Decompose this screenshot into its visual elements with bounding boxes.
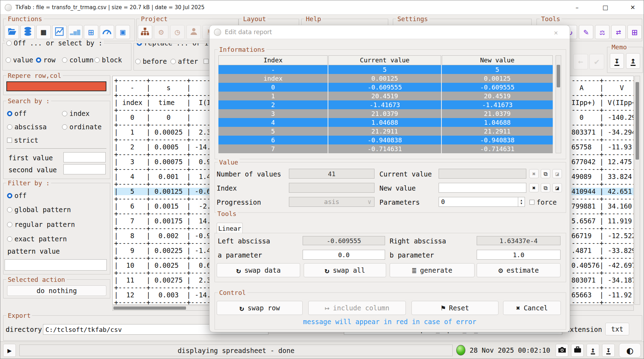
progression-combobox[interactable]: asis ∨ xyxy=(289,197,374,207)
sheet-line[interactable]: | 7 | 0.00175 | 14.4 xyxy=(114,217,215,225)
clear-new-button[interactable]: ✖ xyxy=(529,183,539,192)
before-radio[interactable] xyxy=(135,59,141,64)
info-table-row[interactable]: 7-0.714631-0.714631 xyxy=(218,144,553,153)
sheet-line[interactable]: | index | time | I(II xyxy=(114,99,215,106)
off-select-radio[interactable] xyxy=(6,41,12,46)
upload-button[interactable]: ↥ xyxy=(587,344,599,357)
force-checkbox[interactable] xyxy=(530,200,534,205)
force-option[interactable]: force xyxy=(530,198,557,206)
memo-save-button[interactable]: ↧ xyxy=(610,53,624,69)
filter-regular-radio[interactable] xyxy=(7,222,12,227)
search-abscissa-radio[interactable] xyxy=(7,124,12,130)
info-scrollbar-thumb[interactable] xyxy=(557,65,560,87)
column-radio[interactable] xyxy=(62,57,67,63)
sheet-line[interactable]: +-------+---------+------ xyxy=(114,240,215,247)
col-new-value[interactable]: New value xyxy=(442,55,553,65)
paste-current-button[interactable]: ◪ xyxy=(552,169,562,178)
sheet-line[interactable]: 803071 | -34.187 xyxy=(571,277,634,284)
info-table-row[interactable]: 321.037921.0379 xyxy=(218,109,553,118)
copy-current-button[interactable]: ⧉ xyxy=(541,169,550,178)
search-ordinate-option[interactable]: ordinate xyxy=(62,123,102,131)
briefcase-button[interactable] xyxy=(571,344,584,357)
sheet-line[interactable]: -------+--------- xyxy=(571,254,634,262)
sheet-line[interactable]: -------+--------- xyxy=(571,77,634,84)
tab-linear[interactable]: Linear xyxy=(217,223,243,234)
select-by-block-option[interactable]: block xyxy=(94,56,122,64)
replace-checkbox[interactable] xyxy=(204,59,209,64)
paste-new-button[interactable]: ◪ xyxy=(552,183,562,192)
search-index-radio[interactable] xyxy=(62,111,67,116)
select-by-value-option[interactable]: value xyxy=(6,56,33,64)
project-tree-button[interactable] xyxy=(138,25,152,39)
sheet-line[interactable]: +-------+---------+------ xyxy=(114,121,215,129)
info-table-row[interactable]: 2-1.41673-1.41673 xyxy=(218,100,553,109)
sheet-line[interactable]: +-------+---------+------ xyxy=(114,284,215,291)
sheet-line[interactable]: | 11 | 0.00275 | 2.36 xyxy=(114,277,215,284)
selected-sheet-row[interactable]: | 5 | 0.00125 | -0.60 xyxy=(114,188,215,195)
search-abscissa-option[interactable]: abscissa xyxy=(7,123,47,131)
after-radio[interactable] xyxy=(171,59,176,64)
sheet-line[interactable]: IIpp+) | V(IIpp+) xyxy=(571,99,634,106)
sheet-line[interactable]: -------+--------- xyxy=(571,284,634,291)
dialog-close-button[interactable]: ✕ xyxy=(551,27,561,37)
histogram-button[interactable]: ▂▅▇ xyxy=(68,25,82,39)
sheet-line[interactable]: | 3 | 0.00075 | 0.96 xyxy=(114,158,215,166)
minimize-button[interactable]: – xyxy=(569,0,585,14)
strict-option[interactable]: strict xyxy=(7,136,38,144)
block-radio[interactable] xyxy=(94,57,100,63)
sheet-line[interactable]: +-------+---------+------ xyxy=(114,225,215,232)
strict-checkbox[interactable] xyxy=(7,138,12,143)
select-by-column-option[interactable]: column xyxy=(62,56,94,64)
search-ordinate-radio[interactable] xyxy=(62,124,67,130)
generate-button[interactable]: ≣ generate xyxy=(390,263,475,277)
swap-row-button[interactable]: ↻ swap row xyxy=(217,301,303,315)
sheet-line[interactable]: | 0 | 0 | 0 xyxy=(114,114,215,121)
second-value-input[interactable] xyxy=(63,164,106,174)
sheet-line[interactable]: -------+--------- xyxy=(571,210,634,217)
selected-sheet-row[interactable]: 410944 | 42.651 xyxy=(571,188,634,195)
first-value-input[interactable] xyxy=(63,152,106,162)
spreadsheet-vscrollbar[interactable] xyxy=(634,76,640,305)
hscrollbar-thumb[interactable] xyxy=(113,307,186,310)
sheet-line[interactable]: | 9 | 0.00225 | -1.41 xyxy=(114,247,215,254)
replace-mode-title[interactable]: replace ... or i xyxy=(135,43,210,47)
filter-exact-radio[interactable] xyxy=(7,236,12,242)
sheet-line[interactable]: +-------+---------+------ xyxy=(114,77,215,84)
sheet-line[interactable]: | 10 | 0.0025 | 0.60 xyxy=(114,262,215,269)
sheet-line[interactable]: -------+--------- xyxy=(571,136,634,143)
clear-current-button[interactable]: ✖ xyxy=(529,169,539,178)
estimate-button[interactable]: ⚙ estimate xyxy=(477,263,561,277)
pattern-value-input[interactable] xyxy=(5,259,107,271)
sheet-line[interactable]: 5.6567 | 11.919 xyxy=(571,217,634,225)
replace-radio[interactable] xyxy=(137,43,142,46)
do-nothing-button[interactable]: do nothing xyxy=(7,285,106,296)
sheet-line[interactable]: -------+--------- xyxy=(571,240,634,247)
row-radio[interactable] xyxy=(36,57,41,63)
parameters-spinbox[interactable]: 0 ▲ ▼ xyxy=(439,197,525,207)
balance-tool-button[interactable]: ⚖ xyxy=(595,25,609,39)
value-radio[interactable] xyxy=(6,57,11,63)
memo-load-button[interactable]: ↥ xyxy=(626,53,640,69)
sheet-line[interactable]: | 4 | 0.001 | 1.44 xyxy=(114,173,215,180)
search-off-radio[interactable] xyxy=(7,111,12,116)
sheet-line[interactable]: | 1 | 0.00025 | 2.37 xyxy=(114,129,215,136)
col-index[interactable]: Index xyxy=(218,55,328,65)
a-parameter-input[interactable] xyxy=(303,250,385,260)
sheet-line[interactable]: -------+--------- xyxy=(571,121,634,129)
sheet-line[interactable]: +-------+---------+------ xyxy=(114,269,215,277)
sheet-line[interactable]: +-------+---------+------ xyxy=(114,166,215,173)
sheet-line[interactable]: .4871 | -33.829 xyxy=(571,247,634,254)
sheet-line[interactable]: +-------+---------+------ xyxy=(114,299,215,305)
reset-button[interactable]: ⚑ Reset xyxy=(411,301,499,315)
sheet-line[interactable]: -------+--------- xyxy=(571,166,634,173)
sheet-line[interactable]: -------+--------- xyxy=(571,269,634,277)
sheet-line[interactable]: 799881 | 34.160 xyxy=(571,203,634,210)
sheet-line[interactable]: A | V xyxy=(571,84,634,92)
plot-button[interactable] xyxy=(52,25,67,39)
theme-toggle-button[interactable]: ◐ xyxy=(619,343,641,358)
calc-tool-button[interactable]: ⊞ xyxy=(627,25,642,39)
info-table-row[interactable]: 6-0.940838-0.940838 xyxy=(218,136,553,144)
sheet-line[interactable]: +-------+---------+------ xyxy=(114,136,215,143)
sheet-line[interactable]: -------+--------- xyxy=(571,195,634,203)
filter-global-option[interactable]: global pattern xyxy=(7,206,71,213)
